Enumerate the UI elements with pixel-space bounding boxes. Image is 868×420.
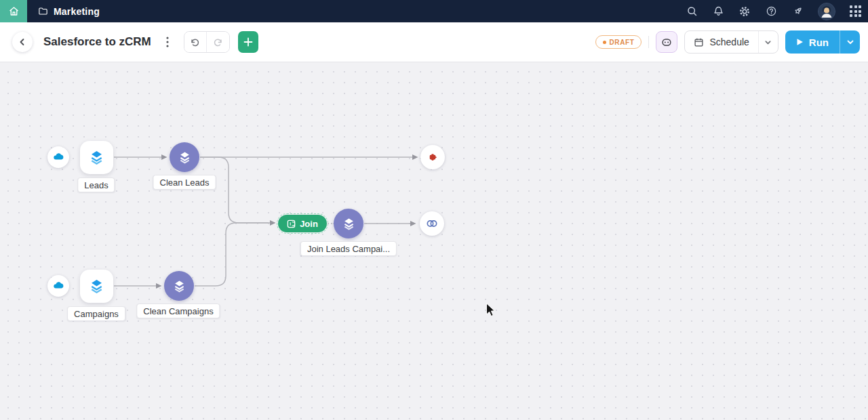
node-campaigns-dataset[interactable] bbox=[80, 270, 113, 303]
redo-icon bbox=[213, 38, 223, 47]
leads-dataset-label[interactable]: Leads bbox=[77, 177, 115, 192]
dataprep-pipeline-page: Marketing bbox=[0, 0, 868, 420]
status-badge: DRAFT bbox=[595, 35, 642, 49]
clean-campaigns-label[interactable]: Clean Campaigns bbox=[136, 303, 220, 318]
home-button[interactable] bbox=[0, 0, 27, 22]
apps-grid-icon[interactable] bbox=[850, 5, 861, 17]
node-clean-campaigns-stage[interactable] bbox=[164, 271, 194, 301]
salesforce-icon bbox=[52, 150, 65, 164]
run-dropdown-caret[interactable] bbox=[840, 30, 860, 54]
home-icon bbox=[8, 5, 20, 17]
layers-icon bbox=[341, 216, 357, 232]
zoho-crm-icon bbox=[425, 217, 439, 230]
user-avatar[interactable] bbox=[818, 3, 835, 20]
play-icon bbox=[796, 38, 804, 46]
whats-new-rocket-icon[interactable] bbox=[791, 5, 804, 18]
chevron-down-icon bbox=[846, 38, 854, 46]
node-leads-dataset[interactable] bbox=[80, 141, 113, 174]
top-app-bar: Marketing bbox=[0, 0, 868, 22]
schedule-button[interactable]: Schedule bbox=[685, 31, 757, 53]
edge-cleancampaigns-to-join bbox=[195, 223, 270, 286]
divider bbox=[648, 36, 649, 48]
assistant-bot-icon bbox=[660, 36, 673, 48]
chevron-down-icon bbox=[764, 39, 772, 46]
topbar-actions bbox=[686, 0, 861, 22]
node-zoho-crm-destination[interactable] bbox=[420, 211, 444, 236]
plus-icon bbox=[243, 37, 253, 47]
search-icon[interactable] bbox=[686, 5, 698, 18]
toolbar-left: Salesforce to zCRM bbox=[12, 22, 258, 62]
pipeline-canvas[interactable]: Leads Clean Leads Join Join Leads Campai… bbox=[0, 62, 868, 420]
calendar-icon bbox=[694, 37, 704, 47]
node-join-leads-campaigns-stage[interactable] bbox=[334, 209, 363, 238]
redo-button[interactable] bbox=[207, 32, 229, 52]
node-salesforce-campaigns-source[interactable] bbox=[47, 275, 69, 297]
join-label: Join bbox=[300, 219, 318, 229]
add-node-button[interactable] bbox=[238, 31, 258, 53]
status-text: DRAFT bbox=[610, 39, 635, 46]
campaigns-dataset-label[interactable]: Campaigns bbox=[67, 306, 125, 321]
breadcrumb[interactable]: Marketing bbox=[38, 6, 100, 17]
run-button[interactable]: Run bbox=[785, 30, 840, 54]
assistant-bot-button[interactable] bbox=[656, 31, 677, 53]
layers-icon bbox=[172, 278, 187, 294]
run-button-group: Run bbox=[785, 30, 860, 54]
pipeline-edges bbox=[0, 62, 868, 420]
folder-icon bbox=[38, 6, 48, 16]
back-button[interactable] bbox=[12, 32, 33, 52]
clean-leads-label[interactable]: Clean Leads bbox=[153, 175, 216, 190]
pipeline-toolbar: Salesforce to zCRM DRAFT bbox=[0, 22, 868, 62]
mouse-cursor bbox=[486, 303, 498, 318]
schedule-label: Schedule bbox=[709, 37, 749, 47]
join-leads-campaigns-label[interactable]: Join Leads Campai... bbox=[300, 241, 397, 256]
node-join-operation[interactable]: Join bbox=[278, 215, 327, 232]
settings-icon[interactable] bbox=[738, 5, 751, 18]
node-marketing-automation-destination[interactable] bbox=[420, 145, 445, 169]
salesforce-icon bbox=[52, 279, 65, 293]
layers-icon bbox=[177, 150, 193, 165]
status-dot bbox=[603, 41, 606, 44]
help-icon[interactable] bbox=[765, 5, 777, 18]
edge-cleanleads-to-join bbox=[200, 157, 269, 223]
layers-icon bbox=[87, 277, 106, 295]
node-salesforce-leads-source[interactable] bbox=[47, 146, 69, 168]
notifications-icon[interactable] bbox=[712, 5, 724, 18]
undo-icon bbox=[190, 38, 200, 47]
project-name: Marketing bbox=[54, 6, 100, 17]
run-label: Run bbox=[809, 37, 829, 48]
chevron-left-icon bbox=[18, 37, 27, 47]
schedule-button-group: Schedule bbox=[684, 30, 778, 54]
join-icon bbox=[287, 219, 296, 228]
schedule-dropdown-caret[interactable] bbox=[758, 31, 778, 53]
zoho-marketing-automation-icon bbox=[427, 151, 439, 163]
more-options-kebab-icon[interactable] bbox=[161, 33, 174, 51]
toolbar-right: DRAFT Schedule Run bbox=[595, 22, 860, 62]
pipeline-title: Salesforce to zCRM bbox=[43, 35, 151, 49]
undo-button[interactable] bbox=[184, 32, 207, 52]
layers-icon bbox=[87, 148, 106, 167]
undo-redo-group bbox=[184, 31, 230, 53]
node-clean-leads-stage[interactable] bbox=[170, 142, 199, 172]
